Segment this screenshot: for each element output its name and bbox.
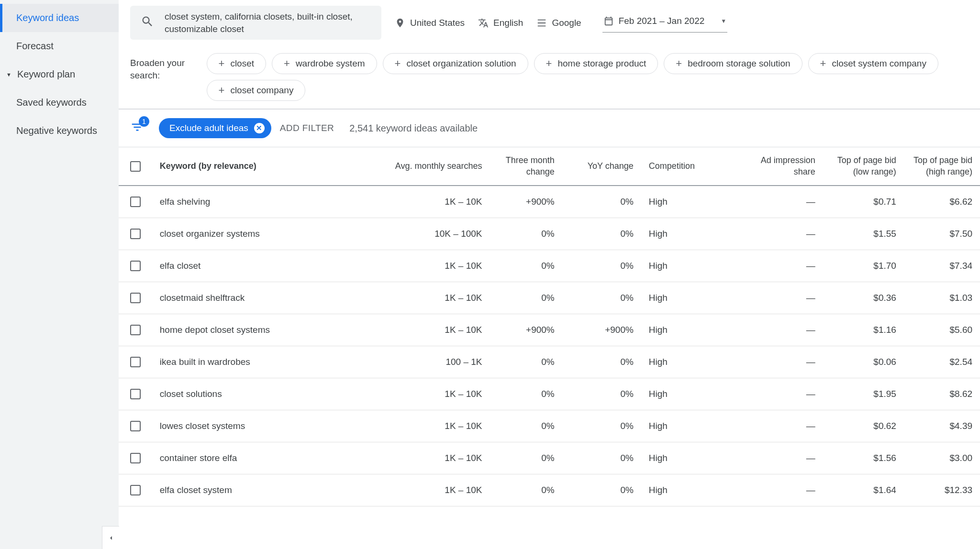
header-checkbox-cell: [119, 154, 152, 179]
cell-searches: 1K – 10K: [368, 250, 490, 282]
sidebar-item-forecast[interactable]: Forecast: [0, 32, 119, 60]
main-panel: closet system, california closets, built…: [119, 0, 980, 549]
sidebar-item-negative-keywords[interactable]: Negative keywords: [0, 117, 119, 145]
network-icon: [536, 18, 547, 28]
chip-label: closet: [230, 58, 254, 69]
language-selector[interactable]: English: [478, 18, 523, 28]
row-checkbox[interactable]: [130, 485, 141, 495]
table-body: elfa shelving1K – 10K+900%0%High—$0.71$6…: [119, 186, 980, 506]
broaden-chip[interactable]: +closet: [207, 53, 267, 74]
row-checkbox[interactable]: [130, 453, 141, 463]
table-row[interactable]: home depot closet systems1K – 10K+900%+9…: [119, 314, 980, 346]
header-yoy[interactable]: YoY change: [562, 153, 641, 179]
table-row[interactable]: elfa closet1K – 10K0%0%High—$1.70$7.34: [119, 250, 980, 282]
filter-icon-button[interactable]: 1: [130, 120, 145, 137]
active-filter-pill[interactable]: Exclude adult ideas ✕: [159, 118, 271, 138]
row-checkbox[interactable]: [130, 325, 141, 335]
table-row[interactable]: closet organizer systems10K – 100K0%0%Hi…: [119, 218, 980, 250]
row-checkbox-cell: [119, 474, 152, 506]
chip-label: bedroom storage solution: [688, 58, 790, 69]
row-checkbox[interactable]: [130, 229, 141, 239]
cell-bid-high: $1.03: [904, 282, 980, 314]
add-filter-button[interactable]: ADD FILTER: [280, 123, 334, 133]
table-header-row: Keyword (by relevance) Avg. monthly sear…: [119, 147, 980, 186]
table-row[interactable]: closet solutions1K – 10K0%0%High—$1.95$8…: [119, 378, 980, 410]
cell-bid-low: $0.06: [823, 346, 904, 378]
cell-three-month: 0%: [490, 378, 562, 410]
cell-bid-high: $12.33: [904, 474, 980, 506]
table-row[interactable]: lowes closet systems1K – 10K0%0%High—$0.…: [119, 410, 980, 442]
cell-bid-high: $2.54: [904, 346, 980, 378]
cell-three-month: 0%: [490, 474, 562, 506]
cell-yoy: 0%: [562, 474, 641, 506]
location-value: United States: [410, 18, 465, 28]
chip-label: closet company: [230, 85, 293, 96]
header-searches[interactable]: Avg. monthly searches: [368, 153, 490, 179]
cell-impression-share: —: [732, 218, 823, 250]
cell-searches: 1K – 10K: [368, 442, 490, 474]
row-checkbox[interactable]: [130, 197, 141, 207]
broaden-chip[interactable]: +bedroom storage solution: [664, 53, 802, 74]
broaden-chip[interactable]: +closet system company: [808, 53, 938, 74]
row-checkbox[interactable]: [130, 389, 141, 399]
chevron-left-icon: [107, 534, 115, 542]
remove-filter-icon[interactable]: ✕: [254, 123, 265, 133]
table-row[interactable]: elfa closet system1K – 10K0%0%High—$1.64…: [119, 474, 980, 506]
row-checkbox[interactable]: [130, 357, 141, 367]
network-selector[interactable]: Google: [536, 18, 581, 28]
ideas-count-text: 2,541 keyword ideas available: [349, 123, 478, 134]
cell-bid-low: $1.70: [823, 250, 904, 282]
row-checkbox[interactable]: [130, 293, 141, 303]
table-row[interactable]: elfa shelving1K – 10K+900%0%High—$0.71$6…: [119, 186, 980, 218]
header-competition[interactable]: Competition: [641, 153, 732, 179]
broaden-chip[interactable]: +wardrobe system: [272, 53, 377, 74]
table-row[interactable]: closetmaid shelftrack1K – 10K0%0%High—$0…: [119, 282, 980, 314]
table-row[interactable]: container store elfa1K – 10K0%0%High—$1.…: [119, 442, 980, 474]
header-keyword[interactable]: Keyword (by relevance): [152, 153, 368, 179]
sidebar-item-label: Negative keywords: [16, 125, 97, 136]
cell-keyword: closet solutions: [152, 378, 368, 410]
cell-bid-high: $7.50: [904, 218, 980, 250]
cell-competition: High: [641, 250, 732, 282]
table-row[interactable]: ikea built in wardrobes100 – 1K0%0%High—…: [119, 346, 980, 378]
collapse-sidebar-button[interactable]: [102, 526, 119, 549]
header-bid-low[interactable]: Top of page bid (low range): [823, 147, 904, 185]
row-checkbox[interactable]: [130, 421, 141, 431]
location-selector[interactable]: United States: [395, 18, 465, 28]
chevron-down-icon: ▼: [721, 18, 726, 24]
cell-bid-low: $1.64: [823, 474, 904, 506]
sidebar-item-keyword-ideas[interactable]: Keyword ideas: [0, 4, 119, 32]
broaden-label: Broaden your search:: [130, 53, 191, 81]
header-impression-share[interactable]: Ad impression share: [732, 147, 823, 185]
cell-searches: 100 – 1K: [368, 346, 490, 378]
app-root: Keyword ideas Forecast ▼Keyword plan Sav…: [0, 0, 980, 549]
row-checkbox[interactable]: [130, 261, 141, 271]
plus-icon: +: [219, 85, 225, 96]
cell-yoy: 0%: [562, 346, 641, 378]
broaden-chip[interactable]: +closet company: [207, 80, 306, 101]
chip-label: closet system company: [832, 58, 926, 69]
cell-three-month: 0%: [490, 218, 562, 250]
select-all-checkbox[interactable]: [130, 161, 141, 172]
cell-bid-high: $4.39: [904, 410, 980, 442]
row-checkbox-cell: [119, 346, 152, 378]
cell-bid-high: $6.62: [904, 186, 980, 218]
broaden-chip[interactable]: +closet organization solution: [383, 53, 528, 74]
network-value: Google: [552, 18, 581, 28]
cell-bid-low: $0.62: [823, 410, 904, 442]
search-input[interactable]: closet system, california closets, built…: [130, 6, 381, 40]
broaden-chip[interactable]: +home storage product: [534, 53, 658, 74]
cell-three-month: +900%: [490, 314, 562, 346]
plus-icon: +: [676, 58, 682, 69]
cell-bid-low: $1.16: [823, 314, 904, 346]
cell-competition: High: [641, 282, 732, 314]
cell-bid-low: $0.36: [823, 282, 904, 314]
plus-icon: +: [546, 58, 552, 69]
row-checkbox-cell: [119, 410, 152, 442]
sidebar-item-saved-keywords[interactable]: Saved keywords: [0, 88, 119, 117]
cell-competition: High: [641, 378, 732, 410]
date-range-selector[interactable]: Feb 2021 – Jan 2022 ▼: [602, 13, 727, 33]
header-three-month[interactable]: Three month change: [490, 147, 562, 185]
header-bid-high[interactable]: Top of page bid (high range): [904, 147, 980, 185]
sidebar-item-keyword-plan[interactable]: ▼Keyword plan: [0, 60, 119, 88]
